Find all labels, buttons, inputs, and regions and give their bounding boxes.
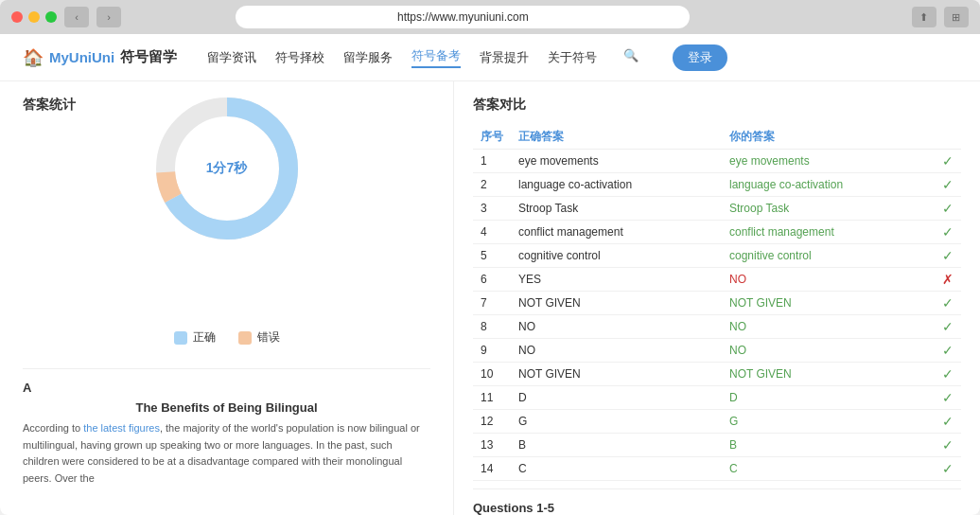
td-num: 4 xyxy=(473,221,511,244)
td-your-answer: language co-activation xyxy=(722,173,933,197)
th-num: 序号 xyxy=(473,125,511,150)
logo[interactable]: 🏠 MyUniUni 符号留学 xyxy=(23,47,177,68)
nav-item-0[interactable]: 留学资讯 xyxy=(207,49,256,66)
td-correct-answer: NO xyxy=(511,315,722,339)
nav-item-3[interactable]: 符号备考 xyxy=(411,47,461,68)
td-your-answer: D xyxy=(722,386,933,410)
table-row: 4conflict managementconflict management✓ xyxy=(473,221,961,244)
td-correct-answer: conflict management xyxy=(511,221,722,244)
logo-text: 符号留学 xyxy=(120,48,177,66)
chart-area: 93% 7% 1分7秒 xyxy=(23,125,430,353)
td-status: ✓ xyxy=(933,339,961,363)
td-correct-answer: G xyxy=(511,410,722,434)
share-button[interactable]: ⬆ xyxy=(912,7,936,27)
reading-passage-text: According to the latest figures, the maj… xyxy=(23,420,430,487)
chart-center-label: 1分7秒 xyxy=(206,160,248,177)
nav-item-4[interactable]: 背景提升 xyxy=(480,49,529,66)
table-row: 8NONO✓ xyxy=(473,315,961,339)
table-row: 6YESNO✗ xyxy=(473,268,961,292)
check-icon: ✓ xyxy=(942,437,954,453)
legend-wrong: 错误 xyxy=(238,329,280,346)
td-your-answer: NOT GIVEN xyxy=(722,292,933,315)
td-num: 1 xyxy=(473,150,511,173)
back-button[interactable]: ‹ xyxy=(64,7,89,27)
table-row: 9NONO✓ xyxy=(473,339,961,363)
td-num: 2 xyxy=(473,173,511,197)
td-num: 6 xyxy=(473,268,511,292)
site-header: 🏠 MyUniUni 符号留学 留学资讯 符号择校 留学服务 符号备考 背景提升… xyxy=(0,34,980,81)
td-your-answer: G xyxy=(722,410,933,434)
td-num: 11 xyxy=(473,386,511,410)
search-icon[interactable]: 🔍 xyxy=(623,48,642,67)
logo-brand: MyUniUni xyxy=(49,49,114,65)
table-row: 7NOT GIVENNOT GIVEN✓ xyxy=(473,292,961,315)
td-status: ✓ xyxy=(933,197,961,221)
td-status: ✓ xyxy=(933,150,961,173)
nav-links: 留学资讯 符号择校 留学服务 符号备考 背景提升 关于符号 🔍 登录 xyxy=(207,44,957,71)
td-status: ✓ xyxy=(933,363,961,386)
td-correct-answer: B xyxy=(511,434,722,457)
legend-correct-label: 正确 xyxy=(193,329,216,346)
td-your-answer: B xyxy=(722,434,933,457)
td-status: ✓ xyxy=(933,292,961,315)
table-row: 10NOT GIVENNOT GIVEN✓ xyxy=(473,363,961,386)
traffic-light-red[interactable] xyxy=(11,11,23,23)
td-your-answer: NO xyxy=(722,268,933,292)
reading-section: A The Benefits of Being Bilingual Accord… xyxy=(23,368,430,487)
td-your-answer: NOT GIVEN xyxy=(722,363,933,386)
left-panel: 答案统计 93% 7% xyxy=(0,81,454,515)
td-status: ✓ xyxy=(933,386,961,410)
td-your-answer: conflict management xyxy=(722,221,933,244)
check-icon: ✓ xyxy=(942,343,954,358)
td-correct-answer: cognitive control xyxy=(511,244,722,268)
new-tab-button[interactable]: ⊞ xyxy=(944,7,969,27)
nav-item-1[interactable]: 符号择校 xyxy=(275,49,324,66)
comparison-table: 序号 正确答案 你的答案 1eye movementseye movements… xyxy=(473,125,961,481)
td-your-answer: Stroop Task xyxy=(722,197,933,221)
td-correct-answer: NOT GIVEN xyxy=(511,292,722,315)
th-correct: 正确答案 xyxy=(511,125,722,150)
td-correct-answer: NO xyxy=(511,339,722,363)
check-icon: ✓ xyxy=(942,366,954,382)
right-panel: 答案对比 序号 正确答案 你的答案 1eye movementseye move… xyxy=(454,81,980,515)
check-icon: ✓ xyxy=(942,319,954,334)
comparison-title: 答案对比 xyxy=(473,97,961,114)
chart-legend: 正确 错误 xyxy=(174,329,280,346)
address-bar[interactable]: https://www.myuniuni.com xyxy=(236,6,690,28)
check-icon: ✓ xyxy=(942,224,954,240)
td-correct-answer: NOT GIVEN xyxy=(511,363,722,386)
reading-link[interactable]: the latest figures xyxy=(83,422,160,434)
reading-section-label: A xyxy=(23,381,430,395)
td-correct-answer: eye movements xyxy=(511,150,722,173)
questions-title: Questions 1-5 xyxy=(473,501,961,515)
check-icon: ✓ xyxy=(942,414,954,429)
nav-item-5[interactable]: 关于符号 xyxy=(548,49,597,66)
table-row: 11DD✓ xyxy=(473,386,961,410)
td-your-answer: NO xyxy=(722,339,933,363)
td-num: 5 xyxy=(473,244,511,268)
td-correct-answer: C xyxy=(511,457,722,481)
td-your-answer: cognitive control xyxy=(722,244,933,268)
td-status: ✓ xyxy=(933,457,961,481)
forward-button[interactable]: › xyxy=(96,7,121,27)
nav-item-2[interactable]: 留学服务 xyxy=(343,49,393,66)
td-correct-answer: YES xyxy=(511,268,722,292)
legend-wrong-dot xyxy=(238,331,252,345)
table-row: 13BB✓ xyxy=(473,434,961,457)
check-icon: ✓ xyxy=(942,201,954,216)
check-icon: ✓ xyxy=(942,177,954,192)
legend-correct-dot xyxy=(174,331,187,345)
table-row: 14CC✓ xyxy=(473,457,961,481)
td-correct-answer: Stroop Task xyxy=(511,197,722,221)
login-button[interactable]: 登录 xyxy=(673,44,727,71)
cross-icon: ✗ xyxy=(942,272,954,287)
td-status: ✓ xyxy=(933,410,961,434)
traffic-light-yellow[interactable] xyxy=(28,11,40,23)
check-icon: ✓ xyxy=(942,461,954,476)
check-icon: ✓ xyxy=(942,153,954,169)
check-icon: ✓ xyxy=(942,295,954,311)
td-status: ✓ xyxy=(933,434,961,457)
td-correct-answer: language co-activation xyxy=(511,173,722,197)
traffic-light-green[interactable] xyxy=(45,11,57,23)
td-num: 12 xyxy=(473,410,511,434)
